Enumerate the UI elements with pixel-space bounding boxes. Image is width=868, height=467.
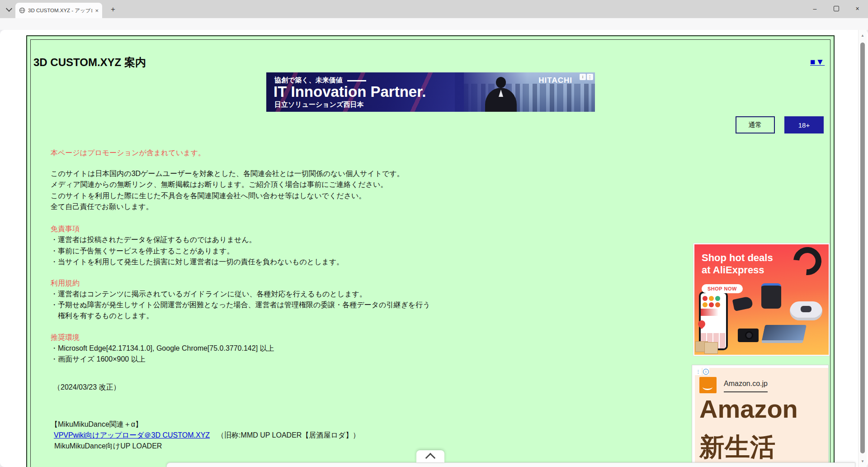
ad-product-speaker: [761, 283, 781, 309]
ad-info-icon[interactable]: i: [580, 74, 586, 80]
hitachi-banner-ad[interactable]: 協創で築く、未来価値 IT Innovation Partner. 日立ソリュー…: [266, 72, 595, 112]
tab-title: 3D CUSTOM.XYZ - アップローダ・掲示: [28, 7, 92, 14]
anchor-ad-collapse-button[interactable]: [416, 450, 444, 462]
dash-decoration: [347, 80, 366, 81]
bottom-anchor-ad[interactable]: [166, 462, 855, 467]
ad-options-icon[interactable]: ⋮: [695, 368, 702, 375]
intro-line: 全て自己責任でお願いします。: [51, 202, 153, 212]
scroll-up-icon[interactable]: ▲: [860, 33, 865, 38]
scrollbar[interactable]: ▲ ▼: [858, 30, 867, 467]
amazon-domain-link[interactable]: Amazon.co.jp: [724, 380, 768, 392]
amazon-headline: 新生活: [699, 430, 775, 465]
page-viewport: 3D CUSTOM.XYZ 案内 ■▼ 協創で築く、未来価値 IT Innova…: [0, 30, 868, 467]
tab-close-icon[interactable]: ×: [95, 8, 99, 14]
web-page: 3D CUSTOM.XYZ 案内 ■▼ 協創で築く、未来価値 IT Innova…: [0, 30, 868, 467]
banner-company-name: 日立ソリューションズ西日本: [274, 100, 363, 109]
mmd-section-header: 【MikuMikuDance関連＋α】: [51, 420, 142, 429]
section-item: ・事前に予告無くサービスを停止することがあります。: [51, 247, 234, 256]
scroll-down-icon[interactable]: ▼: [860, 459, 865, 463]
tab-bar: 3D CUSTOM.XYZ - アップローダ・掲示 × + – ×: [0, 0, 868, 18]
phone-screen: [701, 293, 726, 348]
mmd-description: MikuMikuDance向けUP LOADER: [54, 442, 162, 451]
banner-person-silhouette: [479, 77, 524, 112]
section-item: ・運営者は投稿されたデータを保証するものではありません。: [51, 235, 256, 245]
section-item: ・画面サイズ 1600×900 以上: [51, 355, 146, 364]
globe-favicon-icon: [19, 7, 25, 14]
revision-date: （2024/03/23 改正）: [53, 383, 121, 392]
scrollbar-thumb[interactable]: [860, 43, 865, 453]
section-item: 権利を有するものとします。: [51, 311, 153, 321]
amazon-logo: [699, 377, 717, 393]
ad-product-gamepad: [790, 301, 822, 320]
promotion-notice: 本ページはプロモーションが含まれています。: [51, 148, 205, 158]
ad-product-box: [704, 342, 718, 354]
ad-product-camera: [738, 329, 759, 342]
aliexpress-ad-body: Shop hot deals at AliExpress SHOP NOW: [694, 244, 829, 355]
section-item: ・予期せぬ障害が発生しサイト公開運営が困難となった場合、運営者は管理権限の委譲・…: [51, 300, 430, 310]
minimize-button[interactable]: –: [804, 0, 826, 17]
maximize-icon: [834, 6, 839, 11]
page-nav-squares-link[interactable]: ■▼: [810, 57, 825, 67]
ad-product-boot: [732, 296, 753, 311]
amazon-smile-icon: [703, 384, 712, 390]
intro-line: このサイトは日本国内の3Dゲームユーザーを対象とした、各関連会社とは一切関係のな…: [51, 169, 404, 179]
ad-info-icon[interactable]: i: [703, 368, 709, 375]
ad-product-headphones: [788, 244, 827, 281]
chevron-down-icon: [6, 5, 12, 12]
adult-mode-button[interactable]: 18+: [784, 116, 824, 133]
active-tab[interactable]: 3D CUSTOM.XYZ - アップローダ・掲示 ×: [15, 3, 102, 18]
section-heading-environment: 推奨環境: [51, 333, 80, 343]
shop-now-button[interactable]: SHOP NOW: [702, 284, 743, 293]
hitachi-logo: HITACHI: [538, 76, 572, 85]
section-item: ・当サイトを利用して発生した損害に対し運営者は一切の責任を負わないものとします。: [51, 257, 344, 267]
section-item: ・運営者はコンテンツに掲示されているガイドラインに従い、各種対応を行えるものとし…: [51, 290, 367, 299]
intro-line: このサイトを利用した際に生じた不具合を各関連関連会社へ問い合わせ等はしないでくだ…: [51, 191, 366, 201]
aliexpress-headline: Shop hot deals at AliExpress: [702, 252, 773, 276]
aliexpress-ad[interactable]: Shop hot deals at AliExpress SHOP NOW: [693, 243, 830, 356]
amazon-ad[interactable]: ⋮ i Amazon.co.jp Amazon 新生活: [692, 365, 829, 467]
mmd-link-note: （旧称:MMD UP LOADER【居酒屋ロダ】）: [217, 431, 360, 439]
section-item: ・Microsoft Edge[42.17134.1.0], Google Ch…: [51, 344, 274, 353]
vpvp-uploader-link[interactable]: VPVPwiki向けアップローダ＠3D CUSTOM.XYZ: [54, 431, 210, 439]
close-button[interactable]: ×: [847, 0, 868, 17]
tab-search-dropdown-button[interactable]: [4, 4, 14, 15]
banner-headline: IT Innovation Partner.: [274, 83, 426, 100]
section-heading-terms: 利用規約: [51, 279, 80, 288]
intro-line: メディア関連からの無断リンク、無断掲載はお断りします。ご紹介頂く場合は事前にご連…: [51, 180, 387, 190]
maximize-button[interactable]: [826, 0, 847, 17]
section-heading-disclaimer: 免責事項: [51, 224, 80, 234]
chevron-up-icon: [425, 453, 436, 463]
mmd-link-row: VPVPwiki向けアップローダ＠3D CUSTOM.XYZ（旧称:MMD UP…: [54, 431, 360, 440]
amazon-ad-body: ⋮ i Amazon.co.jp Amazon 新生活: [695, 368, 828, 467]
new-tab-button[interactable]: +: [108, 4, 118, 15]
phone-banner: [701, 309, 726, 316]
person-head: [496, 77, 506, 88]
ad-options-icon[interactable]: ⋮: [587, 74, 593, 80]
normal-mode-button[interactable]: 通常: [736, 116, 775, 133]
browser-toolbar: ← セキュリティ保護なし 3dcustom.xyz ☆ ☆ … チャット: [0, 18, 868, 30]
browser-window: 3D CUSTOM.XYZ - アップローダ・掲示 × + – × ← セキュリ…: [0, 0, 868, 467]
amazon-headline: Amazon: [699, 394, 798, 424]
ad-product-laptop: [761, 325, 807, 343]
page-title: 3D CUSTOM.XYZ 案内: [33, 55, 146, 70]
